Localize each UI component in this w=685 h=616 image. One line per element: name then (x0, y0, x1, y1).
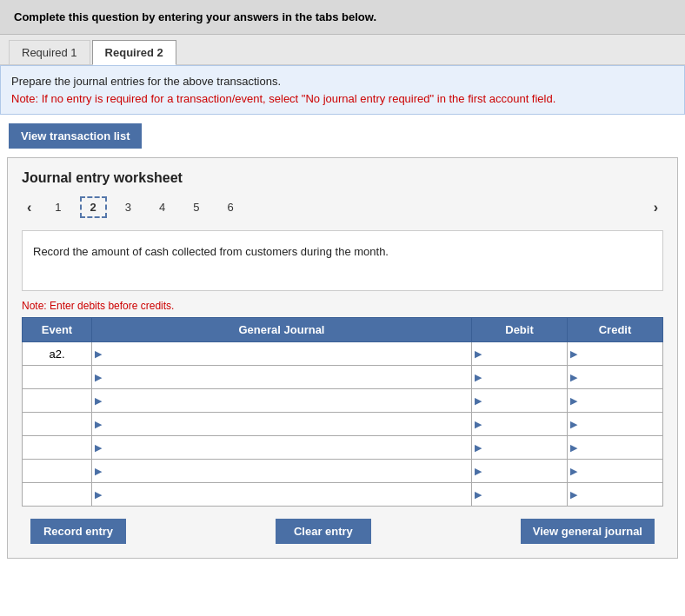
journal-cell[interactable]: ▶ (92, 436, 472, 460)
journal-input[interactable] (104, 366, 471, 388)
cell-arrow-icon: ▶ (92, 348, 104, 360)
prev-arrow[interactable]: ‹ (22, 198, 37, 217)
col-general-journal: General Journal (92, 318, 472, 342)
debit-input[interactable] (484, 460, 567, 482)
note-debits: Note: Enter debits before credits. (22, 300, 663, 312)
tab-required1[interactable]: Required 1 (9, 40, 90, 64)
credit-cell[interactable]: ▶ (568, 483, 663, 507)
debit-arrow-icon: ▶ (472, 442, 484, 454)
journal-cell[interactable]: ▶ (92, 366, 472, 389)
tabs-bar: Required 1 Required 2 (0, 35, 685, 65)
debit-input[interactable] (484, 389, 567, 412)
table-row: ▶ ▶ ▶ (23, 413, 663, 436)
journal-input[interactable] (104, 342, 471, 365)
credit-input[interactable] (580, 460, 662, 482)
table-row: ▶ ▶ ▶ (23, 460, 663, 483)
page-1[interactable]: 1 (45, 197, 70, 217)
view-transaction-button[interactable]: View transaction list (9, 123, 142, 149)
debit-cell[interactable]: ▶ (472, 342, 568, 366)
credit-cell[interactable]: ▶ (568, 460, 663, 483)
debit-arrow-icon: ▶ (472, 419, 484, 430)
debit-input[interactable] (484, 436, 567, 459)
table-row: ▶ ▶ ▶ (23, 366, 663, 389)
event-cell (23, 460, 92, 483)
cell-arrow-icon: ▶ (92, 466, 104, 477)
view-transaction-area: View transaction list (9, 123, 142, 149)
table-row: ▶ ▶ ▶ (23, 389, 663, 413)
banner-text: Complete this question by entering your … (14, 10, 376, 23)
journal-input[interactable] (104, 389, 471, 412)
journal-input[interactable] (104, 483, 471, 506)
credit-input[interactable] (580, 483, 662, 506)
debit-input[interactable] (484, 366, 567, 388)
page-3[interactable]: 3 (116, 197, 141, 217)
credit-input[interactable] (580, 342, 662, 365)
debit-arrow-icon: ▶ (472, 395, 484, 407)
table-row: a2. ▶ ▶ ▶ (23, 342, 663, 366)
event-cell: a2. (23, 342, 92, 366)
worksheet-container: Journal entry worksheet ‹ 1 2 3 4 5 6 › … (7, 157, 678, 559)
credit-arrow-icon: ▶ (568, 372, 580, 383)
credit-arrow-icon: ▶ (568, 348, 580, 360)
cell-arrow-icon: ▶ (92, 372, 104, 383)
debit-arrow-icon: ▶ (472, 489, 484, 500)
credit-cell[interactable]: ▶ (568, 389, 663, 413)
debit-input[interactable] (484, 413, 567, 435)
description-box: Record the amount of cash collected from… (22, 230, 663, 291)
debit-arrow-icon: ▶ (472, 372, 484, 383)
credit-cell[interactable]: ▶ (568, 366, 663, 389)
debit-cell[interactable]: ▶ (472, 389, 568, 413)
credit-input[interactable] (580, 436, 662, 459)
instructions-box: Prepare the journal entries for the abov… (0, 65, 685, 115)
debit-cell[interactable]: ▶ (472, 413, 568, 436)
journal-input[interactable] (104, 460, 471, 482)
cell-arrow-icon: ▶ (92, 419, 104, 430)
debit-cell[interactable]: ▶ (472, 483, 568, 507)
journal-cell[interactable]: ▶ (92, 413, 472, 436)
bottom-buttons: Record entry Clear entry View general jo… (22, 519, 663, 544)
debit-input[interactable] (484, 342, 567, 365)
page-4[interactable]: 4 (150, 197, 175, 217)
journal-input[interactable] (104, 413, 471, 435)
event-cell (23, 366, 92, 389)
page-2[interactable]: 2 (80, 196, 107, 218)
credit-input[interactable] (580, 389, 662, 412)
journal-cell[interactable]: ▶ (92, 342, 472, 366)
cell-arrow-icon: ▶ (92, 442, 104, 454)
table-row: ▶ ▶ ▶ (23, 436, 663, 460)
journal-input[interactable] (104, 436, 471, 459)
worksheet-title: Journal entry worksheet (22, 170, 663, 186)
journal-cell[interactable]: ▶ (92, 389, 472, 413)
cell-arrow-icon: ▶ (92, 395, 104, 407)
event-cell (23, 413, 92, 436)
credit-arrow-icon: ▶ (568, 489, 580, 500)
col-debit: Debit (472, 318, 568, 342)
journal-cell[interactable]: ▶ (92, 460, 472, 483)
debit-arrow-icon: ▶ (472, 348, 484, 360)
credit-input[interactable] (580, 413, 662, 435)
instructions-line2: Note: If no entry is required for a tran… (11, 90, 674, 108)
debit-cell[interactable]: ▶ (472, 366, 568, 389)
debit-input[interactable] (484, 483, 567, 506)
page-5[interactable]: 5 (183, 197, 209, 217)
credit-arrow-icon: ▶ (568, 395, 580, 407)
credit-cell[interactable]: ▶ (568, 413, 663, 436)
debit-arrow-icon: ▶ (472, 466, 484, 477)
journal-cell[interactable]: ▶ (92, 483, 472, 507)
credit-input[interactable] (580, 366, 662, 388)
view-general-journal-button[interactable]: View general journal (521, 519, 655, 544)
page-6[interactable]: 6 (218, 197, 243, 217)
clear-entry-button[interactable]: Clear entry (276, 519, 371, 544)
credit-cell[interactable]: ▶ (568, 342, 663, 366)
next-arrow[interactable]: › (648, 198, 663, 217)
page-navigation: ‹ 1 2 3 4 5 6 › (22, 196, 663, 218)
instructions-line1: Prepare the journal entries for the abov… (11, 73, 674, 90)
table-row: ▶ ▶ ▶ (23, 483, 663, 507)
tab-required2[interactable]: Required 2 (92, 40, 176, 65)
debit-cell[interactable]: ▶ (472, 460, 568, 483)
credit-arrow-icon: ▶ (568, 466, 580, 477)
debit-cell[interactable]: ▶ (472, 436, 568, 460)
record-entry-button[interactable]: Record entry (30, 519, 126, 544)
event-cell (23, 483, 92, 507)
credit-cell[interactable]: ▶ (568, 436, 663, 460)
